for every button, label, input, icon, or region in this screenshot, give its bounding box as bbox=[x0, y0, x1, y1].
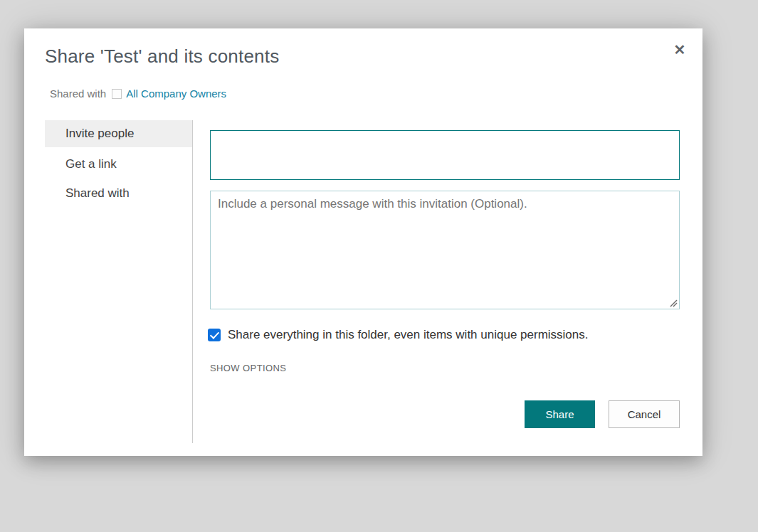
dialog-footer-buttons: Share Cancel bbox=[210, 400, 680, 428]
personal-message-container bbox=[210, 191, 680, 309]
invite-recipients-input[interactable] bbox=[210, 130, 680, 180]
share-everything-row: Share everything in this folder, even it… bbox=[208, 328, 588, 342]
nav-item-shared-with[interactable]: Shared with bbox=[45, 179, 192, 208]
share-everything-label: Share everything in this folder, even it… bbox=[228, 328, 588, 342]
nav-item-get-a-link[interactable]: Get a link bbox=[45, 149, 192, 179]
nav-item-invite-people[interactable]: Invite people bbox=[45, 120, 192, 147]
page-background: ✕ Share 'Test' and its contents Shared w… bbox=[0, 0, 758, 532]
vertical-divider bbox=[192, 120, 193, 443]
personal-message-textarea[interactable] bbox=[210, 191, 680, 309]
share-dialog-nav: Invite people Get a link Shared with bbox=[45, 120, 192, 208]
share-everything-checkbox[interactable] bbox=[208, 329, 221, 341]
show-options-button[interactable]: SHOW OPTIONS bbox=[210, 363, 286, 373]
close-icon[interactable]: ✕ bbox=[671, 41, 688, 58]
share-button[interactable]: Share bbox=[525, 400, 595, 428]
all-company-owners-link[interactable]: All Company Owners bbox=[126, 87, 226, 100]
shared-with-label: Shared with bbox=[50, 87, 106, 100]
dialog-title: Share 'Test' and its contents bbox=[45, 46, 279, 68]
shared-with-summary: Shared with All Company Owners bbox=[50, 87, 226, 100]
cancel-button[interactable]: Cancel bbox=[609, 400, 680, 428]
shared-with-checkbox[interactable] bbox=[112, 89, 122, 99]
share-dialog: ✕ Share 'Test' and its contents Shared w… bbox=[24, 28, 702, 456]
